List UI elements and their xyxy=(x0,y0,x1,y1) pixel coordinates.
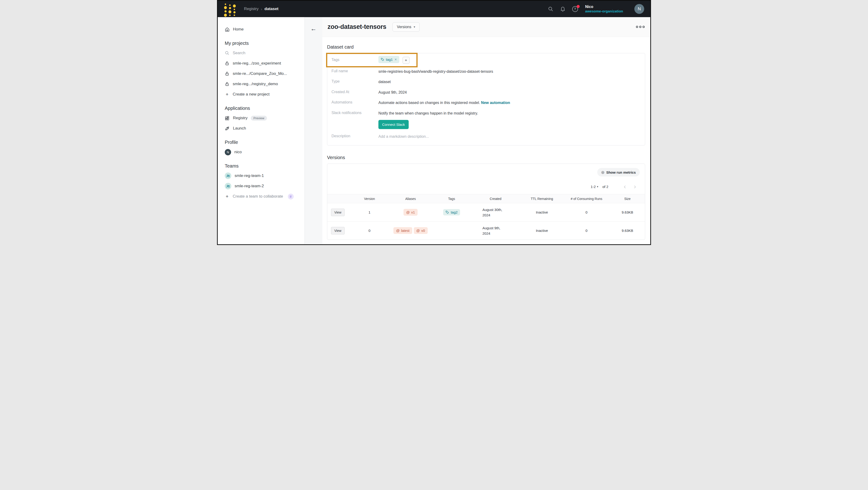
col-consuming-runs: # of Consuming Runs xyxy=(563,197,610,201)
sidebar-project-compare-zoo[interactable]: smle-re.../Compare_Zoo_Mo... xyxy=(225,68,305,79)
table-row: View 0 @ latest @ v0 xyxy=(327,221,645,240)
lock-icon xyxy=(225,82,229,86)
lock-icon xyxy=(225,61,229,66)
teams-heading: Teams xyxy=(225,163,305,169)
team-label: smle-reg-team-2 xyxy=(235,184,264,188)
tags-row: Tags tag1 ✕ + xyxy=(327,53,645,66)
table-header-row: Version Aliases Tags Created TTL Remaini… xyxy=(327,194,645,203)
sidebar-team-2[interactable]: smle-reg-team-2 xyxy=(225,181,305,191)
col-tags: Tags xyxy=(433,197,470,201)
full-name-row: Full name smle-registries-bug-bash/wandb… xyxy=(327,66,645,77)
add-tag-button[interactable]: + xyxy=(403,57,410,64)
top-navbar: Registry › dataset ? Nico awesome-orga xyxy=(218,1,650,17)
pagination-total: of 2 xyxy=(602,185,608,189)
remove-tag-icon[interactable]: ✕ xyxy=(394,58,397,62)
created-cell: August 30th, 2024 xyxy=(483,207,509,218)
registry-grid-icon xyxy=(225,116,230,121)
tag-icon xyxy=(445,211,449,214)
show-run-metrics-button[interactable]: ◎ Show run metrics xyxy=(597,168,640,177)
tag-chip[interactable]: tag2 xyxy=(443,209,460,215)
automations-row: Automations Automate actions based on ch… xyxy=(327,98,645,108)
notifications-bell-icon[interactable] xyxy=(560,6,566,12)
automations-text: Automate actions based on changes in thi… xyxy=(378,101,480,105)
new-automation-link[interactable]: New automation xyxy=(481,101,510,105)
breadcrumb: Registry › dataset xyxy=(244,6,278,11)
create-team-label: Create a team to collaborate xyxy=(233,194,283,199)
show-run-metrics-label: Show run metrics xyxy=(606,171,636,174)
dataset-card: Tags tag1 ✕ + xyxy=(327,53,645,146)
lock-icon xyxy=(225,71,229,76)
col-ttl: TTL Remaining xyxy=(521,197,563,201)
breadcrumb-dataset[interactable]: dataset xyxy=(265,6,278,11)
chevron-down-icon: ▾ xyxy=(597,185,598,188)
home-icon xyxy=(225,27,230,32)
sidebar-team-1[interactable]: smle-reg-team-1 xyxy=(225,171,305,181)
sidebar-home-label: Home xyxy=(233,27,244,32)
dataset-card-heading: Dataset card xyxy=(327,44,645,50)
sidebar-profile-nico[interactable]: N nico xyxy=(225,147,305,157)
consuming-runs-cell: 0 xyxy=(563,210,610,214)
tags-label: Tags xyxy=(332,58,378,62)
page-title: zoo-dataset-tensors xyxy=(328,23,386,31)
pagination: 1-2 ▾ of 2 ‹ › xyxy=(327,177,645,191)
sidebar-item-launch[interactable]: Launch xyxy=(225,123,305,133)
at-icon: @ xyxy=(416,228,420,233)
version-cell: 0 xyxy=(351,228,388,233)
sidebar-project-zoo-experiment[interactable]: smle-reg.../zoo_experiment xyxy=(225,58,305,68)
full-name-value: smle-registries-bug-bash/wandb-registry-… xyxy=(378,69,493,74)
tag-chip-label: tag2 xyxy=(451,210,458,214)
avatar[interactable]: N xyxy=(634,4,644,14)
at-icon: @ xyxy=(406,210,410,214)
crown-icon: ♕ xyxy=(288,193,294,200)
created-at-value: August 9th, 2024 xyxy=(378,90,407,95)
version-cell: 1 xyxy=(351,210,388,214)
user-name: Nico xyxy=(585,4,623,9)
versions-dropdown-button[interactable]: Versions ▾ xyxy=(393,22,420,32)
description-row: Description Add a markdown description..… xyxy=(327,131,645,145)
versions-panel: ◎ Show run metrics 1-2 ▾ of 2 ‹ › xyxy=(327,163,645,240)
rocket-icon xyxy=(225,126,230,131)
view-button[interactable]: View xyxy=(331,209,345,216)
previous-page-button[interactable]: ‹ xyxy=(621,184,629,190)
wandb-logo-icon[interactable] xyxy=(224,3,236,14)
sidebar-item-registry[interactable]: Registry Preview xyxy=(225,113,305,123)
back-button[interactable]: ← xyxy=(311,25,317,32)
eye-icon: ◎ xyxy=(601,170,604,174)
user-menu[interactable]: Nico awesome-organization xyxy=(585,4,623,13)
breadcrumb-registry[interactable]: Registry xyxy=(244,6,258,11)
type-row: Type dataset xyxy=(327,77,645,87)
next-page-button[interactable]: › xyxy=(631,184,639,190)
view-button[interactable]: View xyxy=(331,227,345,235)
sidebar-search[interactable]: Search xyxy=(225,48,305,58)
project-label: smle-re.../Compare_Zoo_Mo... xyxy=(233,71,287,76)
alias-chip[interactable]: @ v1 xyxy=(403,209,417,216)
pagination-range-dropdown[interactable]: 1-2 ▾ xyxy=(591,185,598,189)
alias-chip[interactable]: @ v0 xyxy=(414,227,428,234)
overflow-menu-button[interactable] xyxy=(636,26,645,28)
alias-label: v1 xyxy=(411,210,415,214)
preview-badge: Preview xyxy=(251,116,267,121)
help-icon[interactable]: ? xyxy=(572,6,578,12)
connect-slack-button[interactable]: Connect Slack xyxy=(378,120,409,129)
slack-notifications-row: Slack notifications Notify the team when… xyxy=(327,108,645,119)
description-placeholder[interactable]: Add a markdown description... xyxy=(378,134,429,139)
versions-heading: Versions xyxy=(327,155,645,160)
back-strip: ← xyxy=(305,17,322,245)
versions-table: Version Aliases Tags Created TTL Remaini… xyxy=(327,194,645,240)
created-at-label: Created At xyxy=(332,90,378,94)
consuming-runs-cell: 0 xyxy=(563,228,610,233)
plus-icon: + xyxy=(225,193,229,199)
type-value: dataset xyxy=(378,79,391,85)
sidebar-item-home[interactable]: Home xyxy=(225,24,305,34)
create-team-button[interactable]: + Create a team to collaborate ♕ xyxy=(225,191,305,202)
tag-chip[interactable]: tag1 ✕ xyxy=(378,56,399,63)
ttl-cell: Inactive xyxy=(521,228,563,233)
registry-label: Registry xyxy=(233,116,248,120)
search-icon[interactable] xyxy=(548,6,554,12)
profile-avatar: N xyxy=(225,149,231,155)
alias-chip[interactable]: @ latest xyxy=(394,227,412,234)
slack-notifications-text: Notify the team when changes happen in t… xyxy=(378,111,478,116)
sidebar-project-registry-demo[interactable]: smle-reg.../registry_demo xyxy=(225,79,305,89)
org-name: awesome-organization xyxy=(585,9,623,13)
create-new-project-button[interactable]: + Create a new project xyxy=(225,89,305,99)
